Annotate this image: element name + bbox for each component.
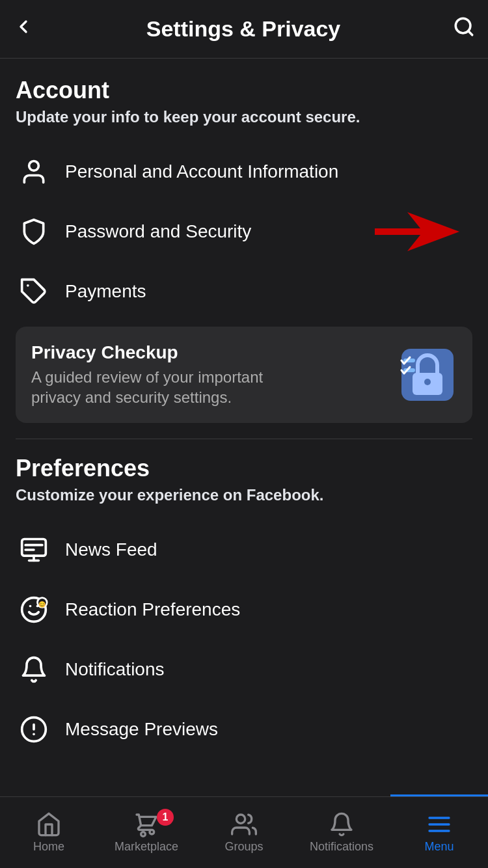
nav-marketplace-label: Marketplace bbox=[115, 840, 178, 854]
privacy-card-desc: A guided review of your important privac… bbox=[31, 367, 278, 407]
main-content: Account Update your info to keep your ac… bbox=[0, 59, 488, 837]
account-subtitle: Update your info to keep your account se… bbox=[16, 108, 472, 126]
svg-point-2 bbox=[29, 161, 39, 171]
privacy-card-title: Privacy Checkup bbox=[31, 342, 278, 363]
notifications-label: Notifications bbox=[65, 659, 165, 680]
personal-info-item[interactable]: Personal and Account Information bbox=[16, 142, 472, 202]
reaction-preferences-label: Reaction Preferences bbox=[65, 599, 240, 620]
bell-icon bbox=[16, 651, 52, 688]
message-icon bbox=[16, 711, 52, 748]
back-button[interactable] bbox=[13, 16, 34, 42]
tag-icon bbox=[16, 273, 52, 310]
marketplace-badge: 1 bbox=[157, 809, 174, 826]
payments-item[interactable]: Payments bbox=[16, 262, 472, 321]
person-icon bbox=[16, 154, 52, 190]
bottom-nav: Home 1 Marketplace Groups Notifications bbox=[0, 796, 488, 868]
home-icon bbox=[36, 811, 62, 837]
privacy-card-text: Privacy Checkup A guided review of your … bbox=[31, 342, 278, 407]
search-button[interactable] bbox=[453, 16, 475, 43]
page-title: Settings & Privacy bbox=[146, 16, 341, 42]
preferences-title: Preferences bbox=[16, 455, 472, 482]
account-title: Account bbox=[16, 77, 472, 104]
nav-groups[interactable]: Groups bbox=[205, 811, 283, 854]
message-previews-label: Message Previews bbox=[65, 719, 218, 740]
payments-label: Payments bbox=[65, 281, 146, 302]
svg-line-1 bbox=[468, 31, 472, 34]
header: Settings & Privacy bbox=[0, 0, 488, 59]
reaction-preferences-item[interactable]: 😊 Reaction Preferences bbox=[16, 580, 472, 640]
password-security-item[interactable]: Password and Security bbox=[16, 202, 472, 262]
reaction-icon: 😊 bbox=[16, 591, 52, 628]
privacy-checkup-card[interactable]: Privacy Checkup A guided review of your … bbox=[16, 327, 472, 423]
notifications-item[interactable]: Notifications bbox=[16, 640, 472, 699]
nav-home-label: Home bbox=[33, 840, 64, 854]
preferences-subtitle: Customize your experience on Facebook. bbox=[16, 486, 472, 504]
news-feed-item[interactable]: News Feed bbox=[16, 520, 472, 580]
marketplace-icon bbox=[133, 811, 159, 837]
svg-rect-10 bbox=[22, 539, 46, 556]
nav-bell-icon bbox=[329, 811, 355, 837]
nav-home[interactable]: Home bbox=[10, 811, 88, 854]
nav-groups-label: Groups bbox=[224, 840, 263, 854]
account-section: Account Update your info to keep your ac… bbox=[16, 77, 472, 423]
nav-notifications[interactable]: Notifications bbox=[303, 811, 381, 854]
groups-icon bbox=[231, 811, 257, 837]
nav-marketplace[interactable]: 1 Marketplace bbox=[107, 811, 185, 854]
message-previews-item[interactable]: Message Previews bbox=[16, 699, 472, 759]
shield-icon bbox=[16, 213, 52, 250]
preferences-section: Preferences Customize your experience on… bbox=[16, 455, 472, 759]
svg-point-23 bbox=[236, 815, 245, 823]
password-security-label: Password and Security bbox=[65, 221, 251, 242]
personal-info-label: Personal and Account Information bbox=[65, 161, 338, 182]
nav-menu[interactable]: Menu bbox=[400, 811, 478, 854]
section-divider bbox=[16, 439, 472, 439]
nav-notifications-label: Notifications bbox=[310, 840, 373, 854]
privacy-checkup-icon bbox=[398, 346, 457, 404]
red-arrow-annotation bbox=[375, 212, 459, 251]
svg-text:😊: 😊 bbox=[38, 601, 46, 608]
svg-point-7 bbox=[424, 379, 431, 385]
nav-menu-label: Menu bbox=[424, 840, 454, 854]
news-feed-icon bbox=[16, 532, 52, 568]
svg-marker-3 bbox=[375, 212, 459, 251]
menu-icon bbox=[426, 811, 452, 837]
news-feed-label: News Feed bbox=[65, 539, 157, 560]
